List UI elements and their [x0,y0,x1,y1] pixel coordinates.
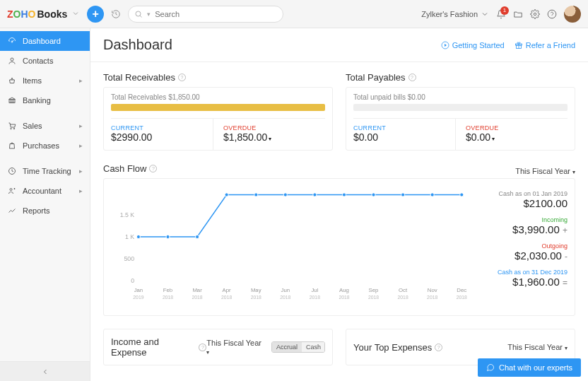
chat-label: Chat with our experts [499,363,572,372]
svg-text:Nov: Nov [428,287,437,293]
receivables-overdue[interactable]: $1,850.00▾ [223,131,325,143]
svg-point-28 [225,193,228,197]
cashflow-chart: 05001 K1.5 KJan2019Feb2018Mar2018Apr2018… [111,186,469,308]
chevron-right-icon: ▸ [79,122,83,129]
sidebar-item-label: Dashboard [23,37,61,45]
cash-end-value: $1,960.00 = [476,276,568,288]
basis-cash[interactable]: Cash [302,342,325,352]
svg-text:2018: 2018 [368,295,379,300]
incoming-label: Incoming [476,216,568,223]
svg-point-12 [11,128,12,129]
svg-point-32 [342,193,346,197]
user-icon [7,57,17,65]
svg-text:1.5 K: 1.5 K [120,211,134,218]
chevron-down-icon [71,8,80,20]
brand[interactable]: ZOHO Books [7,8,80,20]
top-expenses-period-select[interactable]: This Fiscal Year ▾ [507,343,568,351]
svg-point-15 [10,189,12,191]
svg-text:2018: 2018 [251,295,261,300]
chevron-right-icon: ▸ [79,168,83,175]
payables-card: Total Payables? Total unpaid bills $0.00… [346,72,575,151]
topbar: ZOHO Books + ▾ Zylker's Fashion 1 [0,0,588,28]
current-label: CURRENT [111,124,213,131]
chevron-left-icon [41,368,49,376]
help-icon[interactable]: ? [199,344,206,351]
basis-accrual[interactable]: Accrual [272,342,302,352]
sidebar-item-dashboard[interactable]: Dashboard [0,31,90,51]
sidebar: DashboardContactsItems▸BankingSales▸Purc… [0,28,90,381]
chevron-right-icon: ▸ [79,142,83,149]
main: Dashboard Getting Started Refer a Friend… [90,28,588,381]
cashflow-section: Cash Flow? This Fiscal Year ▾ 05001 K1.5… [103,163,575,316]
history-icon[interactable] [111,9,121,19]
sidebar-item-label: Banking [23,96,51,105]
chat-button[interactable]: Chat with our experts [478,358,581,377]
cashflow-title: Cash Flow [103,163,146,174]
income-expense-period-select[interactable]: This Fiscal Year ▾ [206,339,266,356]
notifications-button[interactable]: 1 [496,9,506,19]
overdue-label: OVERDUE [223,124,325,131]
cash-begin-value: $2100.00 [476,197,568,209]
payables-overdue[interactable]: $0.00▾ [466,131,568,143]
help-icon[interactable]: ? [435,344,442,351]
refer-link[interactable]: Refer a Friend [514,41,575,49]
search-input[interactable]: ▾ [128,6,283,23]
sidebar-item-time-tracking[interactable]: Time Tracking▸ [0,161,90,181]
help-icon[interactable]: ? [408,74,416,81]
cashflow-period-select[interactable]: This Fiscal Year ▾ [515,167,575,175]
income-expense-title: Income and Expense [111,336,196,358]
svg-point-34 [401,193,405,197]
svg-text:2018: 2018 [221,295,232,300]
sidebar-item-label: Time Tracking [23,167,71,175]
basis-toggle[interactable]: Accrual Cash [271,341,325,353]
folder-icon[interactable] [513,9,523,19]
help-icon[interactable]: ? [178,74,186,81]
page-title: Dashboard [103,37,172,53]
svg-text:Apr: Apr [223,287,231,293]
svg-text:Jun: Jun [281,287,290,293]
incoming-value: $3,990.00 + [476,223,568,235]
sidebar-item-accountant[interactable]: Accountant▸ [0,181,90,201]
svg-text:2018: 2018 [339,295,349,300]
cart-icon [7,122,17,130]
brand-product: Books [37,8,67,20]
current-label: CURRENT [353,124,455,131]
payables-caption: Total unpaid bills $0.00 [353,93,568,101]
svg-point-35 [430,193,434,197]
avatar[interactable] [564,6,581,23]
sidebar-item-contacts[interactable]: Contacts [0,51,90,71]
svg-text:2018: 2018 [163,295,173,300]
svg-text:Aug: Aug [339,287,349,293]
help-icon[interactable] [547,9,557,19]
org-switcher[interactable]: Zylker's Fashion [421,10,489,18]
sidebar-collapse-button[interactable] [0,361,90,381]
help-icon[interactable]: ? [149,165,157,172]
sidebar-item-banking[interactable]: Banking [0,90,90,110]
outgoing-label: Outgoing [476,242,568,250]
clock-icon [7,167,17,175]
getting-started-label: Getting Started [452,41,505,49]
play-icon [441,41,449,49]
svg-point-13 [13,128,15,129]
quick-add-button[interactable]: + [87,6,104,23]
gear-icon[interactable] [530,9,540,19]
notification-badge: 1 [500,6,509,15]
sidebar-item-label: Contacts [23,57,53,65]
sidebar-item-label: Purchases [23,141,59,150]
svg-text:2018: 2018 [280,295,290,300]
cash-end-label: Cash as on 31 Dec 2019 [476,269,568,276]
svg-point-0 [136,11,141,16]
sidebar-item-items[interactable]: Items▸ [0,71,90,90]
sidebar-item-reports[interactable]: Reports [0,201,90,221]
svg-text:2018: 2018 [398,295,408,300]
income-expense-card: Income and Expense? This Fiscal Year ▾ A… [103,329,333,365]
refer-label: Refer a Friend [526,41,575,49]
svg-text:1 K: 1 K [125,233,134,240]
sidebar-item-sales[interactable]: Sales▸ [0,116,90,136]
getting-started-link[interactable]: Getting Started [441,41,505,49]
search-field[interactable] [155,10,277,18]
sidebar-item-purchases[interactable]: Purchases▸ [0,136,90,156]
basket-icon [7,76,17,85]
svg-point-29 [254,193,258,197]
svg-text:0: 0 [131,277,134,284]
